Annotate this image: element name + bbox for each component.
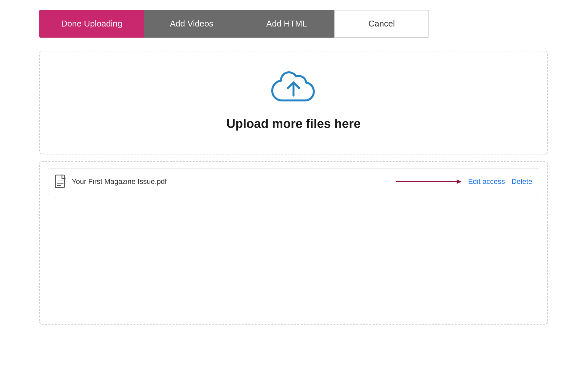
file-item: Your First Magazine Issue.pdf Edit acces…: [48, 168, 539, 195]
file-arrow-icon: [396, 178, 462, 186]
file-name: Your First Magazine Issue.pdf: [72, 177, 389, 186]
done-uploading-button[interactable]: Done Uploading: [39, 10, 144, 38]
upload-drop-zone[interactable]: Upload more files here: [39, 51, 548, 154]
add-html-button[interactable]: Add HTML: [239, 10, 334, 38]
cancel-button[interactable]: Cancel: [334, 10, 429, 38]
delete-link[interactable]: Delete: [511, 177, 532, 186]
cloud-upload-icon: [271, 71, 316, 107]
toolbar: Done Uploading Add Videos Add HTML Cance…: [39, 10, 548, 38]
upload-text: Upload more files here: [226, 117, 361, 131]
edit-access-link[interactable]: Edit access: [468, 177, 505, 186]
svg-marker-6: [457, 179, 462, 184]
files-zone: Your First Magazine Issue.pdf Edit acces…: [39, 161, 548, 325]
file-document-icon: [55, 174, 66, 189]
add-videos-button[interactable]: Add Videos: [144, 10, 239, 38]
page-wrapper: Done Uploading Add Videos Add HTML Cance…: [0, 0, 587, 392]
file-actions: Edit access Delete: [468, 177, 532, 186]
